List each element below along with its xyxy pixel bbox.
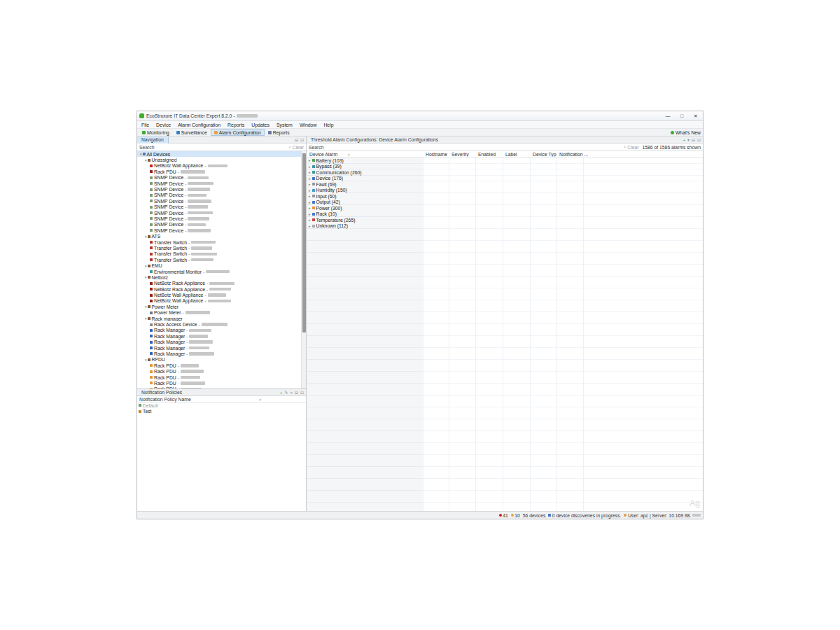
expand-arrow-icon[interactable]: ▾	[145, 158, 147, 162]
close-button[interactable]: ✕	[689, 111, 703, 120]
add-icon[interactable]: +	[682, 138, 685, 142]
policy-name-column-header[interactable]: Notification Policy Name ▲	[137, 396, 306, 402]
minimize-panel-icon[interactable]: ⊟	[692, 138, 695, 142]
tree-item[interactable]: SNMP Device-	[137, 222, 306, 227]
alarm-group-row[interactable]: ▸Output (42)	[307, 200, 703, 206]
tree-item[interactable]: Rack PDU-	[137, 363, 306, 368]
tree-item[interactable]: Rack PDU-	[137, 368, 306, 374]
menu-item-file[interactable]: File	[138, 122, 153, 127]
tree-item[interactable]: SNMP Device-	[137, 186, 306, 192]
expand-arrow-icon[interactable]: ▸	[309, 182, 311, 186]
tree-item[interactable]: Rack Manager-	[137, 351, 306, 356]
expand-arrow-icon[interactable]: ▸	[309, 224, 311, 228]
tree-item[interactable]: Transfer Switch-	[137, 245, 306, 251]
tree-item[interactable]: ▾EMU	[137, 262, 306, 268]
tree-item[interactable]: Rack Access Device-	[137, 321, 306, 327]
tree-item[interactable]: NetBotz Rack Appliance-	[137, 286, 306, 292]
tree-item[interactable]: Rack PDU-	[137, 374, 306, 380]
tab-navigation[interactable]: Navigation	[137, 136, 169, 144]
tree-item[interactable]: Rack Manager-	[137, 328, 306, 333]
minimize-panel-icon[interactable]: ⊟	[295, 391, 298, 395]
maximize-panel-icon[interactable]: ⊡	[697, 138, 701, 142]
column-header-label[interactable]: Label	[503, 151, 530, 157]
maximize-panel-icon[interactable]: ⊡	[300, 391, 304, 395]
menu-item-updates[interactable]: Updates	[248, 122, 273, 127]
expand-arrow-icon[interactable]: ▾	[140, 152, 142, 156]
menu-item-alarm-configuration[interactable]: Alarm Configuration	[174, 122, 224, 127]
maximize-panel-icon[interactable]: ⊡	[300, 138, 304, 142]
tree-item[interactable]: ▾Unassigned	[137, 157, 306, 162]
tree-item[interactable]: NetBotz Wall Appliance-	[137, 298, 306, 304]
expand-arrow-icon[interactable]: ▸	[309, 158, 311, 162]
device-search-input[interactable]	[139, 145, 289, 150]
tree-item[interactable]: SNMP Device-	[137, 198, 306, 204]
alarm-group-row[interactable]: ▸Battery (103)	[307, 158, 703, 164]
expand-arrow-icon[interactable]: ▾	[145, 358, 147, 362]
tree-item[interactable]: SNMP Device-	[137, 227, 306, 233]
expand-arrow-icon[interactable]: ▾	[145, 275, 147, 279]
whats-new-link[interactable]: What's New	[671, 130, 703, 135]
expand-arrow-icon[interactable]: ▸	[309, 212, 311, 216]
alarm-group-row[interactable]: ▸Temperature (265)	[307, 217, 703, 223]
policy-row[interactable]: Test	[137, 409, 306, 415]
tree-item[interactable]: NetBotz Wall Appliance-	[137, 163, 306, 169]
expand-arrow-icon[interactable]: ▸	[309, 164, 311, 169]
perspective-surveillance[interactable]: Surveillance	[173, 129, 211, 136]
alarm-group-row[interactable]: ▸Fault (69)	[307, 181, 703, 188]
tree-item[interactable]: SNMP Device-	[137, 175, 306, 181]
tree-item[interactable]: Transfer Switch-	[137, 239, 306, 245]
tree-item[interactable]: Power Meter-	[137, 310, 306, 316]
tree-item[interactable]: Rack PDU-	[137, 386, 306, 389]
menu-item-help[interactable]: Help	[320, 122, 337, 127]
delete-policy-icon[interactable]: ×	[290, 391, 293, 395]
alarm-group-row[interactable]: ▸Unknown (112)	[307, 223, 703, 230]
maximize-button[interactable]: □	[675, 111, 689, 120]
perspective-monitoring[interactable]: Monitoring	[139, 129, 173, 136]
alarm-search-input[interactable]	[309, 145, 624, 150]
tree-scrollbar[interactable]	[301, 151, 306, 388]
column-header-severity[interactable]: Severity	[449, 151, 475, 157]
menu-item-reports[interactable]: Reports	[224, 122, 248, 127]
expand-arrow-icon[interactable]: ▸	[309, 170, 311, 174]
device-search-clear[interactable]: × Clear	[289, 145, 304, 150]
tree-item[interactable]: NetBotz Rack Appliance-	[137, 281, 306, 286]
expand-arrow-icon[interactable]: ▾	[145, 316, 147, 321]
alarm-group-row[interactable]: ▸Humidity (150)	[307, 188, 703, 194]
minimize-panel-icon[interactable]: ⊟	[295, 138, 298, 142]
column-header-device-alarm[interactable]: Device Alarm▲	[307, 151, 423, 157]
edit-policy-icon[interactable]: ✎	[284, 391, 288, 395]
tree-item[interactable]: Rack Manager-	[137, 340, 306, 345]
expand-arrow-icon[interactable]: ▸	[309, 176, 311, 181]
menu-item-device[interactable]: Device	[153, 122, 174, 127]
filter-icon[interactable]: ▾	[687, 138, 690, 142]
column-header-enabled[interactable]: Enabled	[475, 151, 503, 157]
expand-arrow-icon[interactable]: ▾	[145, 264, 147, 268]
tree-item[interactable]: ▾Rack manager	[137, 316, 306, 321]
tree-item[interactable]: ▾RPDU	[137, 357, 306, 363]
tree-item[interactable]: Transfer Switch-	[137, 251, 306, 257]
alarm-group-row[interactable]: ▸Rack (10)	[307, 211, 703, 218]
alarm-group-row[interactable]: ▸Bypass (39)	[307, 164, 703, 170]
menu-item-window[interactable]: Window	[296, 122, 321, 127]
expand-arrow-icon[interactable]: ▾	[145, 234, 147, 239]
tree-item[interactable]: SNMP Device-	[137, 210, 306, 216]
perspective-alarm-configuration[interactable]: Alarm Configuration	[211, 129, 265, 136]
menu-item-system[interactable]: System	[273, 122, 296, 127]
column-header-hostname[interactable]: Hostname	[423, 151, 449, 157]
alarm-group-row[interactable]: ▸Input (60)	[307, 193, 703, 200]
alarm-group-row[interactable]: ▸Communication (260)	[307, 169, 703, 176]
column-header-notification-[interactable]: Notification ...	[556, 151, 703, 157]
tree-item[interactable]: Rack PDU-	[137, 169, 306, 174]
alarm-group-row[interactable]: ▸Device (176)	[307, 176, 703, 182]
tree-item[interactable]: Rack Manager-	[137, 333, 306, 339]
tree-item[interactable]: Rack PDU-	[137, 380, 306, 386]
expand-arrow-icon[interactable]: ▸	[309, 188, 311, 192]
tree-item[interactable]: Environmental Monitor-	[137, 269, 306, 274]
tree-item[interactable]: SNMP Device-	[137, 192, 306, 198]
tree-item[interactable]: ▾All Devices	[137, 151, 306, 157]
expand-arrow-icon[interactable]: ▾	[145, 304, 147, 309]
tree-item[interactable]: Rack Manager-	[137, 345, 306, 351]
perspective-reports[interactable]: Reports	[265, 129, 293, 136]
expand-arrow-icon[interactable]: ▸	[309, 194, 311, 198]
tree-item[interactable]: ▾ATS	[137, 233, 306, 239]
